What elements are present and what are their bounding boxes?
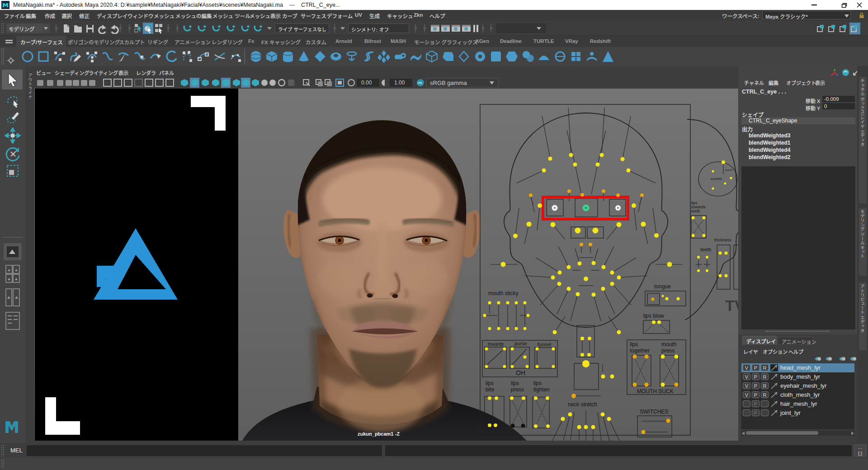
svg-text:mouth sticky: mouth sticky: [488, 290, 519, 296]
svg-text:thickness: thickness: [714, 238, 731, 242]
svg-text:1.00: 1.00: [394, 80, 405, 86]
svg-text:bite: bite: [486, 386, 495, 393]
svg-text:mouth: mouth: [661, 341, 676, 348]
svg-text:lips blow: lips blow: [643, 313, 664, 319]
svg-text:TV: TV: [725, 297, 738, 314]
svg-text:lips: lips: [630, 341, 638, 348]
svg-text:0.00: 0.00: [361, 80, 372, 86]
svg-text:MOUTH SUCK: MOUTH SUCK: [637, 388, 674, 395]
svg-text:eyelid: eyelid: [725, 169, 732, 171]
svg-text:sRGB gamma: sRGB gamma: [430, 80, 467, 86]
svg-text:funnel: funnel: [538, 342, 551, 347]
svg-text:teeth: teeth: [700, 247, 711, 252]
svg-text:together: together: [630, 348, 650, 354]
svg-text:towards: towards: [488, 342, 504, 347]
svg-text:ON: ON: [417, 81, 422, 85]
svg-text:tighten: tighten: [533, 386, 550, 393]
svg-text:tongue: tongue: [654, 283, 671, 290]
svg-text:lips: lips: [511, 380, 519, 386]
svg-text:press: press: [661, 348, 675, 354]
svg-text:SWITCHES: SWITCHES: [640, 409, 668, 415]
svg-text:OH: OH: [516, 369, 525, 376]
svg-text:neck stretch: neck stretch: [568, 401, 597, 408]
svg-text:lips: lips: [486, 380, 494, 386]
svg-text:teeth: teeth: [691, 209, 700, 213]
svg-text:purse: purse: [514, 341, 527, 346]
svg-text:lips: lips: [533, 380, 542, 386]
svg-text:eyelids: eyelids: [711, 177, 722, 181]
svg-text:press: press: [511, 386, 524, 393]
